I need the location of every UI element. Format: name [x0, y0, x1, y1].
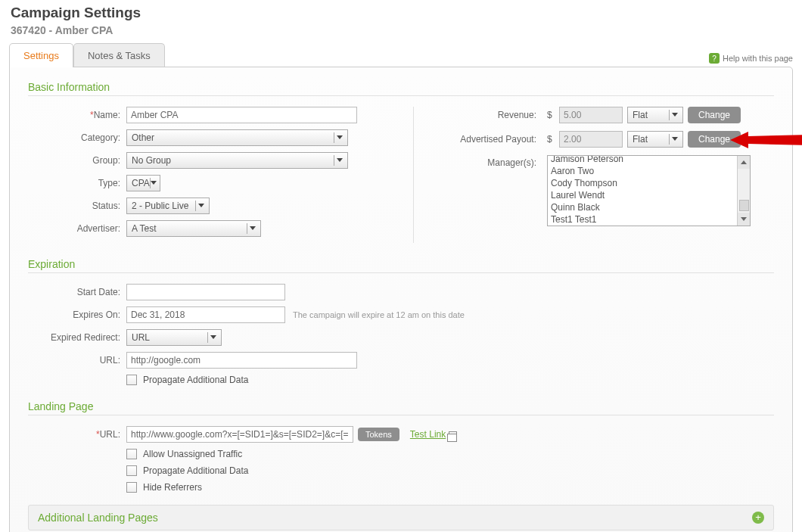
chevron-down-icon	[247, 223, 257, 234]
propagate-lp-label: Propagate Additional Data	[143, 465, 248, 476]
chevron-down-icon	[150, 178, 157, 188]
manager-option[interactable]: Amber Sharp	[548, 226, 737, 226]
manager-option[interactable]: Cody Thompson	[548, 177, 737, 189]
section-expiration: Expiration	[28, 258, 774, 273]
help-link[interactable]: ? Help with this page	[709, 53, 793, 64]
red-arrow-annotation	[730, 129, 802, 150]
chevron-down-icon	[334, 155, 344, 166]
type-select[interactable]: CPA	[126, 175, 160, 191]
expired-redirect-select[interactable]: URL	[126, 329, 222, 346]
tab-settings[interactable]: Settings	[9, 43, 73, 67]
revenue-value: 5.00	[559, 107, 623, 123]
page-title: Campaign Settings	[11, 5, 793, 21]
label-managers: Manager(s):	[444, 155, 542, 168]
expires-on-field[interactable]	[126, 306, 285, 323]
label-category: Category:	[28, 132, 126, 143]
svg-marker-0	[337, 135, 343, 139]
svg-marker-1	[337, 158, 343, 162]
svg-marker-10	[210, 335, 216, 339]
manager-option[interactable]: Aaron Two	[548, 165, 737, 177]
label-status: Status:	[28, 201, 126, 211]
group-select[interactable]: No Group	[126, 152, 348, 169]
expires-hint: The campaign will expire at 12 am on thi…	[293, 310, 465, 319]
label-expires-on: Expires On:	[28, 310, 126, 320]
adv-payout-value: 2.00	[559, 131, 623, 148]
label-advertiser: Advertiser:	[28, 223, 126, 234]
change-revenue-button[interactable]: Change	[688, 107, 741, 123]
label-redirect-url: URL:	[28, 355, 126, 366]
tab-notes-tasks[interactable]: Notes & Tasks	[73, 43, 165, 67]
label-revenue: Revenue:	[444, 110, 542, 120]
manager-option[interactable]: Quinn Black	[548, 201, 737, 213]
add-icon[interactable]: +	[752, 512, 764, 524]
chevron-down-icon	[669, 134, 679, 145]
svg-marker-9	[741, 217, 747, 221]
scroll-down-icon[interactable]	[738, 213, 751, 226]
chevron-down-icon	[669, 110, 679, 120]
allow-unassigned-label: Allow Unassigned Traffic	[143, 449, 242, 459]
label-expired-redirect: Expired Redirect:	[28, 332, 126, 343]
dollar-sign: $	[547, 134, 555, 145]
external-link-icon	[449, 431, 457, 438]
change-adv-payout-button[interactable]: Change	[688, 131, 741, 148]
additional-landing-title: Additional Landing Pages	[38, 512, 158, 524]
hide-referrers-checkbox[interactable]	[126, 482, 137, 493]
svg-marker-2	[151, 181, 157, 185]
svg-marker-3	[198, 204, 204, 207]
manager-option[interactable]: Test1 Test1	[548, 213, 737, 226]
scroll-thumb[interactable]	[739, 200, 749, 211]
start-date-field[interactable]	[126, 284, 285, 300]
section-landing-page: Landing Page	[28, 400, 774, 415]
label-type: Type:	[28, 178, 126, 188]
help-text: Help with this page	[723, 54, 793, 63]
chevron-down-icon	[207, 332, 218, 343]
scrollbar[interactable]	[737, 156, 750, 226]
label-start-date: Start Date:	[28, 287, 126, 297]
chevron-down-icon	[195, 201, 206, 211]
manager-option[interactable]: Laurel Wendt	[548, 189, 737, 201]
label-name: *Name:	[28, 110, 126, 120]
dollar-sign: $	[547, 110, 555, 120]
propagate-lp-checkbox[interactable]	[126, 465, 137, 476]
svg-marker-5	[672, 113, 678, 117]
page-subtitle: 367420 - Amber CPA	[11, 24, 793, 36]
scroll-up-icon[interactable]	[738, 156, 751, 169]
svg-marker-6	[672, 137, 678, 141]
label-adv-payout: Advertised Payout:	[444, 134, 542, 145]
hide-referrers-label: Hide Referrers	[143, 482, 202, 493]
manager-option[interactable]: Jamison Peterson	[548, 155, 737, 165]
label-group: Group:	[28, 155, 126, 166]
additional-landing-pages-bar[interactable]: Additional Landing Pages +	[28, 505, 774, 530]
propagate-checkbox[interactable]	[126, 375, 137, 385]
redirect-url-field[interactable]	[126, 352, 357, 369]
label-lp-url: *URL:	[28, 429, 126, 440]
chevron-down-icon	[334, 132, 344, 143]
help-icon: ?	[709, 53, 720, 64]
advertiser-select[interactable]: A Test	[126, 220, 261, 237]
section-basic-info: Basic Information	[28, 81, 774, 96]
allow-unassigned-checkbox[interactable]	[126, 449, 137, 459]
status-select[interactable]: 2 - Public Live	[126, 198, 210, 214]
name-field[interactable]	[126, 107, 357, 123]
tokens-button[interactable]: Tokens	[358, 428, 399, 441]
test-link[interactable]: Test Link	[410, 429, 446, 440]
svg-marker-4	[250, 226, 256, 230]
svg-marker-7	[730, 132, 802, 148]
landing-url-field[interactable]	[126, 426, 353, 443]
managers-listbox[interactable]: Jamison PetersonAaron TwoCody ThompsonLa…	[547, 155, 751, 226]
adv-payout-type-select[interactable]: Flat	[627, 131, 683, 148]
propagate-label: Propagate Additional Data	[143, 375, 248, 385]
category-select[interactable]: Other	[126, 129, 348, 146]
svg-marker-8	[741, 160, 747, 164]
revenue-type-select[interactable]: Flat	[627, 107, 683, 123]
